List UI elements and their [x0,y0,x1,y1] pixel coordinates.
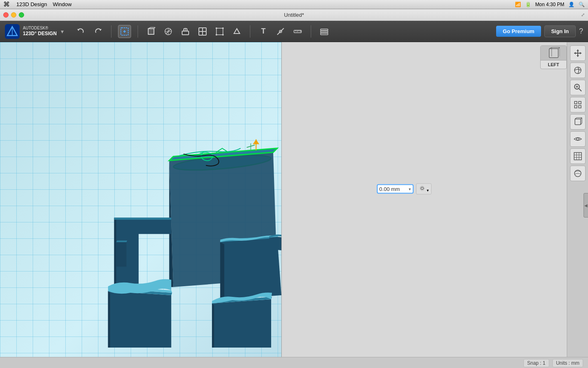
dimension-input-wrap[interactable]: ▾ [377,184,414,194]
transform-button[interactable] [213,25,226,38]
layers-button[interactable] [318,25,331,38]
dimension-gear-button[interactable]: ▾ [416,184,432,195]
maximize-button[interactable] [19,12,24,18]
construct-button[interactable] [179,25,192,38]
svg-marker-3 [77,29,80,31]
separator-2 [138,25,138,38]
perspective-icon [573,117,582,126]
material-button[interactable] [570,166,586,181]
expand-icon[interactable]: ⤢ [581,12,585,18]
material-icon [573,169,582,178]
svg-rect-18 [199,28,203,31]
separator-4 [311,25,311,38]
dimension-input[interactable] [379,186,408,192]
svg-rect-21 [203,31,206,35]
viewport-3d[interactable] [0,42,282,368]
box-select-button[interactable] [118,25,131,38]
logo-text: AUTODESK® 123D° DESIGN [23,25,57,37]
measure-button[interactable] [274,25,287,38]
fit-view-button[interactable] [570,97,586,112]
svg-point-26 [222,34,224,36]
logo-bottom: 123D° DESIGN [23,31,57,37]
svg-point-71 [577,138,579,140]
zoom-button[interactable] [570,80,586,95]
menu-app[interactable]: 123D Design [16,1,47,7]
3d-objects [0,42,281,348]
grid-view-button[interactable] [570,148,586,164]
ruler-button[interactable] [291,25,304,38]
window-title: Untitled* [284,12,304,18]
view-label-box: LEFT [540,45,567,69]
svg-marker-4 [99,29,102,31]
autodesk-logo [5,24,20,39]
toolbar-right: Go Premium Sign In ? [496,25,583,37]
svg-point-49 [420,186,424,191]
svg-rect-36 [321,33,328,35]
app-toolbar: AUTODESK® 123D° DESIGN ▾ [0,21,588,42]
eye-icon [573,135,582,144]
right-panel-tab[interactable]: ◀ [584,193,588,218]
transform-icon [215,27,224,36]
user-icon: 👤 [568,2,575,7]
dimension-area: ▾ ▾ [377,184,432,195]
units-status[interactable]: Units : mm [552,359,583,367]
text-icon: T [261,27,266,36]
svg-rect-16 [182,31,189,35]
primitives-icon [147,27,156,36]
grid-icon [573,152,582,161]
logo-dropdown[interactable]: ▾ [61,28,64,35]
modify-button[interactable] [230,25,243,38]
svg-rect-65 [575,119,581,125]
minimize-button[interactable] [11,12,16,18]
fit-view-icon [573,100,582,109]
menu-window[interactable]: Window [53,1,71,7]
redo-button[interactable] [91,25,105,38]
logo-top: AUTODESK® [23,25,57,31]
undo-button[interactable] [74,25,87,38]
svg-rect-61 [575,101,577,104]
battery-icon: 🔋 [525,2,531,7]
visibility-button[interactable] [570,131,586,147]
svg-rect-42 [549,49,558,58]
close-button[interactable] [3,12,9,18]
svg-marker-55 [580,52,581,54]
main-content: LEFT ▾ ▾ [0,42,588,368]
signin-button[interactable]: Sign In [544,25,576,37]
svg-marker-54 [574,52,576,54]
title-bar: Untitled* ⤢ [0,9,588,21]
sketch-button[interactable] [162,25,175,38]
group-button[interactable] [196,25,209,38]
status-bar: Snap : 1 Units : mm [0,357,588,368]
orbit-button[interactable] [570,63,586,78]
help-button[interactable]: ? [579,27,583,36]
gear-icon [419,185,425,192]
svg-rect-22 [216,28,223,35]
svg-marker-53 [577,55,579,57]
zoom-icon [573,83,582,92]
right-panel: LEFT ▾ ▾ [282,42,588,368]
search-icon[interactable]: 🔍 [579,2,585,7]
group-icon [198,27,207,36]
svg-point-25 [216,34,217,36]
main-window: Untitled* ⤢ AUTODESK® 123D° DESIGN ▾ [0,9,588,368]
dimension-dropdown[interactable]: ▾ [409,187,411,191]
premium-button[interactable]: Go Premium [496,26,541,37]
window-controls [3,12,24,18]
perspective-button[interactable] [570,114,586,130]
view-label-text: LEFT [548,61,559,69]
apple-menu[interactable]: ⌘ [3,0,10,8]
menu-bar: ⌘ 123D Design Window 📶 🔋 Mon 4:30 PM 👤 🔍 [0,0,588,9]
pan-button[interactable] [570,45,586,61]
svg-rect-64 [579,105,581,108]
separator-3 [250,25,250,38]
right-pieces [212,234,281,347]
primitives-button[interactable] [145,25,158,38]
svg-rect-35 [321,31,328,33]
svg-point-48 [421,187,423,190]
text-button[interactable]: T [257,25,270,38]
left-pieces [108,218,172,348]
svg-rect-72 [574,153,581,160]
svg-rect-63 [575,105,577,108]
construct-icon [181,27,190,36]
svg-rect-19 [203,28,206,31]
